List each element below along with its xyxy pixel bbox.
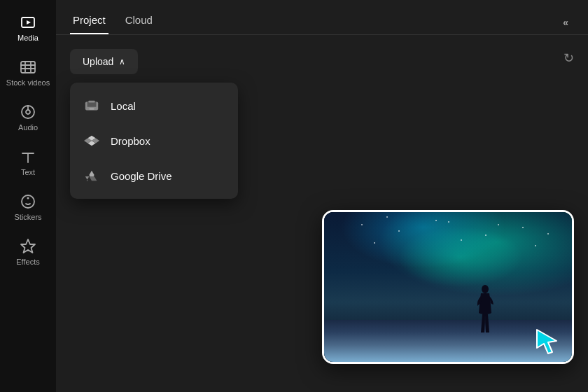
tab-project[interactable]: Project (70, 10, 108, 34)
effects-icon (20, 238, 36, 255)
photo-preview-inner (324, 212, 572, 362)
svg-rect-2 (21, 62, 35, 73)
svg-rect-18 (89, 108, 94, 110)
sidebar-item-audio-label: Audio (18, 123, 38, 132)
svg-rect-16 (88, 102, 97, 107)
text-icon (20, 148, 36, 165)
dropdown-item-dropbox[interactable]: Dropbox (70, 123, 238, 158)
dropdown-google-drive-label: Google Drive (111, 170, 172, 182)
dropdown-dropbox-label: Dropbox (111, 135, 150, 147)
google-drive-icon (84, 168, 99, 183)
sidebar-item-effects-label: Effects (16, 258, 39, 266)
sidebar-item-stock-videos-label: Stock videos (6, 78, 50, 87)
local-icon (84, 98, 99, 113)
photo-preview-card (322, 210, 574, 364)
svg-marker-14 (21, 239, 35, 253)
stock-videos-icon (20, 59, 36, 76)
tab-cloud[interactable]: Cloud (122, 10, 155, 34)
upload-dropdown: Local Dropbox Google Drive (70, 83, 238, 199)
main-content: Project Cloud « ↻ Upload ∧ Local (56, 0, 588, 392)
dropdown-item-google-drive[interactable]: Google Drive (70, 158, 238, 193)
sidebar-item-audio[interactable]: Audio (3, 97, 53, 139)
sidebar-item-stickers-label: Stickers (14, 213, 41, 221)
audio-icon (20, 104, 36, 120)
tabs-header: Project Cloud « (56, 0, 588, 35)
sidebar-item-media[interactable]: Media (3, 7, 53, 49)
sidebar-item-text-label: Text (21, 168, 35, 176)
svg-rect-17 (88, 101, 94, 103)
upload-button[interactable]: Upload ∧ (70, 49, 138, 74)
person-silhouette (475, 285, 495, 334)
refresh-button[interactable]: ↻ (564, 50, 574, 66)
dropbox-icon (84, 133, 99, 148)
dropdown-local-label: Local (111, 100, 136, 112)
sidebar-item-media-label: Media (18, 34, 38, 42)
sidebar-item-stock-videos[interactable]: Stock videos (3, 52, 53, 94)
sidebar-item-stickers[interactable]: Stickers (3, 186, 53, 228)
chevron-up-icon: ∧ (119, 57, 125, 66)
sidebar: Media Stock videos Audio Text (0, 0, 56, 392)
media-icon (20, 14, 36, 31)
content-area: ↻ Upload ∧ Local (56, 35, 588, 392)
sidebar-item-text[interactable]: Text (3, 141, 53, 183)
dropdown-item-local[interactable]: Local (70, 88, 238, 123)
svg-point-19 (482, 285, 489, 293)
svg-marker-1 (27, 20, 31, 24)
sidebar-item-effects[interactable]: Effects (3, 231, 53, 273)
cursor-arrow (534, 327, 559, 355)
collapse-button[interactable]: « (557, 14, 574, 31)
upload-label: Upload (83, 56, 113, 67)
stickers-icon (20, 193, 36, 210)
